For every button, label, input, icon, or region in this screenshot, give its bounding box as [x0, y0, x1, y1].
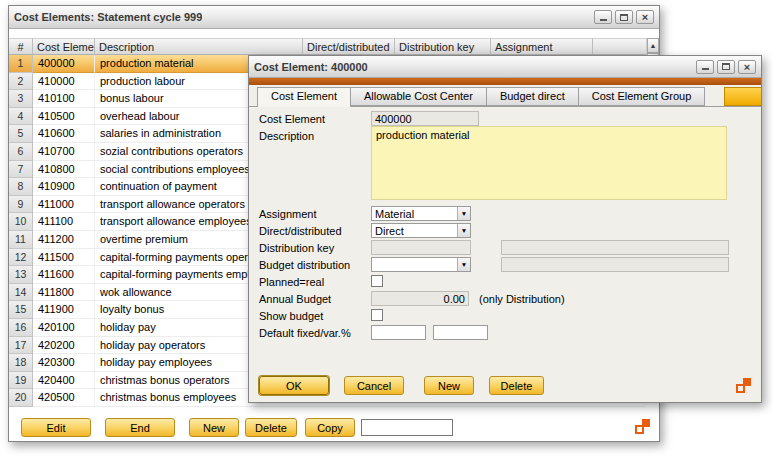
dialog-close-button[interactable]: ×	[738, 60, 756, 74]
new-button[interactable]: New	[189, 418, 239, 437]
row-number-cell: 3	[9, 90, 33, 108]
row-number-cell: 19	[9, 372, 33, 390]
chevron-down-icon: ▼	[457, 207, 470, 220]
main-window-controls: ×	[594, 10, 654, 24]
cost-element-code-cell: 411600	[33, 266, 95, 284]
cost-element-code-cell: 410900	[33, 178, 95, 196]
dialog-maximize-button[interactable]	[717, 60, 735, 74]
column-header-distribution-key: Distribution key	[395, 38, 491, 55]
table-header: # Cost Elemen Description Direct/distrib…	[9, 38, 646, 55]
find-input[interactable]	[361, 419, 453, 436]
close-icon: ×	[642, 12, 648, 22]
close-icon: ×	[744, 62, 750, 72]
main-window-titlebar[interactable]: Cost Elements: Statement cycle 999 ×	[9, 6, 659, 29]
form-resize-icon[interactable]	[635, 419, 650, 434]
close-button[interactable]: ×	[636, 10, 654, 24]
scroll-up-icon: ▲	[650, 42, 657, 49]
budget-distribution-name-field	[501, 257, 729, 272]
maximize-icon	[722, 63, 730, 70]
column-header-filler	[593, 38, 646, 55]
cost-element-code-cell: 420400	[33, 372, 95, 390]
planned-real-label: Planned=real	[259, 276, 324, 288]
direct-distributed-dropdown[interactable]: Direct ▼	[371, 223, 471, 238]
distribution-key-field	[371, 240, 471, 255]
assignment-label: Assignment	[259, 208, 316, 220]
row-number-cell: 18	[9, 354, 33, 372]
tab-cost-element-group[interactable]: Cost Element Group	[578, 87, 706, 106]
minimize-button[interactable]	[594, 10, 612, 24]
direct-distributed-value: Direct	[372, 224, 457, 237]
assignment-row: Assignment Material ▼	[259, 206, 751, 222]
end-button[interactable]: End	[105, 418, 175, 437]
dialog-new-button[interactable]: New	[424, 376, 474, 395]
cancel-button[interactable]: Cancel	[344, 376, 404, 395]
dialog-delete-button[interactable]: Delete	[489, 376, 544, 395]
form-resize-icon[interactable]	[736, 378, 751, 393]
tab-strip-gold-cap	[724, 87, 761, 106]
default-var-field[interactable]	[433, 325, 488, 340]
dialog-tabs: Cost Element Allowable Cost Center Budge…	[257, 87, 705, 106]
minimize-icon	[600, 19, 607, 21]
row-number-cell: 9	[9, 196, 33, 214]
delete-button[interactable]: Delete	[245, 418, 297, 437]
annual-budget-label: Annual Budget	[259, 293, 331, 305]
direct-distributed-row: Direct/distributed Direct ▼	[259, 223, 751, 239]
edit-button[interactable]: Edit	[21, 418, 91, 437]
assignment-dropdown[interactable]: Material ▼	[371, 206, 471, 221]
distribution-key-label: Distribution key	[259, 242, 334, 254]
column-header-description: Description	[95, 38, 303, 55]
cost-element-code-field: 400000	[371, 111, 479, 126]
row-number-cell: 5	[9, 125, 33, 143]
resize-solid-square	[642, 419, 650, 427]
budget-distribution-label: Budget distribution	[259, 259, 350, 271]
row-number-cell: 1	[9, 55, 33, 73]
description-textarea[interactable]: production material	[371, 126, 727, 200]
budget-distribution-value	[372, 258, 457, 271]
cost-element-code-cell: 411200	[33, 231, 95, 249]
cost-element-code-cell: 410800	[33, 161, 95, 179]
dialog-title: Cost Element: 400000	[254, 61, 368, 73]
row-number-cell: 20	[9, 389, 33, 407]
dialog-window-controls: ×	[696, 60, 756, 74]
column-header-cost-element: Cost Elemen	[33, 38, 95, 55]
tab-budget-direct[interactable]: Budget direct	[486, 87, 579, 106]
cost-element-code-cell: 400000	[33, 55, 95, 73]
cost-element-code-cell: 410500	[33, 108, 95, 126]
row-number-cell: 8	[9, 178, 33, 196]
dialog-titlebar[interactable]: Cost Element: 400000 ×	[249, 56, 761, 78]
cost-element-code-cell: 411000	[33, 196, 95, 214]
ok-button[interactable]: OK	[259, 376, 329, 395]
direct-distributed-label: Direct/distributed	[259, 225, 342, 237]
maximize-button[interactable]	[615, 10, 633, 24]
column-header-direct-distributed: Direct/distributed	[303, 38, 395, 55]
tab-allowable-cost-center[interactable]: Allowable Cost Center	[350, 87, 487, 106]
show-budget-label: Show budget	[259, 310, 323, 322]
column-header-number: #	[9, 38, 33, 55]
budget-distribution-dropdown[interactable]: ▼	[371, 257, 471, 272]
planned-real-row: Planned=real	[259, 274, 751, 290]
annual-budget-field: 0.00	[371, 291, 469, 306]
default-fixed-var-row: Default fixed/var.%	[259, 325, 751, 341]
cost-element-row: Cost Element 400000	[259, 111, 751, 127]
column-header-assignment: Assignment	[491, 38, 593, 55]
row-number-cell: 16	[9, 319, 33, 337]
show-budget-checkbox[interactable]	[371, 309, 383, 321]
maximize-icon	[620, 14, 628, 21]
cost-element-code-cell: 410000	[33, 73, 95, 91]
distribution-key-name-field	[501, 240, 729, 255]
row-number-cell: 10	[9, 213, 33, 231]
tab-cost-element[interactable]: Cost Element	[257, 87, 351, 107]
copy-button[interactable]: Copy	[305, 418, 355, 437]
cost-element-code-cell: 420200	[33, 337, 95, 355]
cost-element-code-cell: 411100	[33, 213, 95, 231]
resize-solid-square	[743, 378, 751, 386]
scroll-up-button[interactable]: ▲	[647, 38, 659, 53]
description-label: Description	[259, 130, 314, 142]
planned-real-checkbox[interactable]	[371, 275, 383, 287]
row-number-cell: 13	[9, 266, 33, 284]
row-number-cell: 12	[9, 249, 33, 267]
default-fixed-field[interactable]	[371, 325, 426, 340]
row-number-cell: 17	[9, 337, 33, 355]
dialog-minimize-button[interactable]	[696, 60, 714, 74]
assignment-value: Material	[372, 207, 457, 220]
